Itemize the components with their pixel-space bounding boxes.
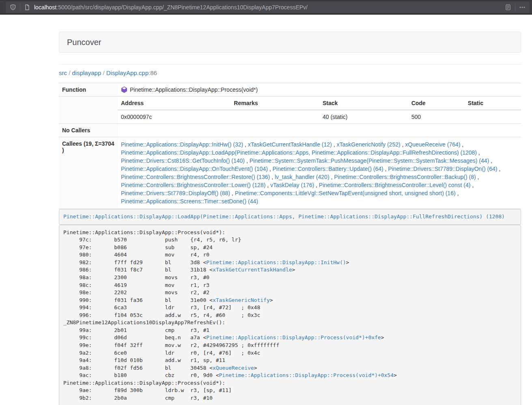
callee-separator: , xyxy=(243,141,248,148)
callee-link[interactable]: xQueueReceive (764) xyxy=(405,141,460,148)
browser-toolbar: localhost:5000/path/src/displayapp/Displ… xyxy=(0,0,532,15)
page-container: Puncover src / displayapp / DisplayApp.c… xyxy=(59,32,521,405)
url-host: localhost xyxy=(34,4,56,11)
col-code: Code xyxy=(408,97,465,110)
col-address: Address xyxy=(118,97,230,110)
callee-separator: , xyxy=(265,182,270,188)
assembly-symbol-link[interactable]: Pinetime::Applications::DisplayApp::Proc… xyxy=(219,372,394,378)
col-remarks: Remarks xyxy=(230,97,319,110)
function-table: Function Pinetime::Applications::Display… xyxy=(59,83,521,209)
callee-link[interactable]: Pinetime::Controllers::BrightnessControl… xyxy=(121,182,265,188)
breadcrumb-line-number: :86 xyxy=(149,69,157,76)
remarks-value xyxy=(230,110,319,123)
breadcrumb-link[interactable]: displayapp xyxy=(72,69,101,76)
callee-link[interactable]: Pinetime::Controllers::Battery::Update()… xyxy=(273,166,383,172)
callee-link[interactable]: Pinetime::Drivers::Cst816S::GetTouchInfo… xyxy=(121,157,245,164)
callee-separator: , xyxy=(270,174,275,180)
callee-separator: , xyxy=(476,174,479,180)
assembly-symbol-link[interactable]: Pinetime::Applications::DisplayApp::Init… xyxy=(206,259,346,265)
metrics-header-row: Address Remarks Stack Code Static xyxy=(118,97,521,110)
callee-link[interactable]: Pinetime::Controllers::BrightnessControl… xyxy=(334,174,476,180)
url-path: :5000/path/src/displayapp/DisplayApp.cpp… xyxy=(56,4,308,11)
package-icon xyxy=(121,86,127,93)
function-name: Pinetime::Applications::DisplayApp::Proc… xyxy=(130,86,258,93)
callee-separator: , xyxy=(470,182,474,188)
assembly-code: Pinetime::Applications::DisplayApp::Proc… xyxy=(59,225,521,405)
metrics-row: Address Remarks Stack Code Static 0x0000… xyxy=(59,97,521,124)
breadcrumb-separator: / xyxy=(101,69,106,76)
callee-link[interactable]: Pinetime::Controllers::BrightnessControl… xyxy=(121,174,270,180)
callee-separator: , xyxy=(498,166,501,172)
callee-link[interactable]: vTaskDelay (176) xyxy=(270,182,314,188)
callee-link[interactable]: lv_task_handler (420) xyxy=(275,174,330,180)
app-title: Puncover xyxy=(67,38,101,47)
breadcrumb-link[interactable]: src xyxy=(59,69,67,76)
callee-separator: , xyxy=(330,174,334,180)
page-icon[interactable] xyxy=(24,4,30,11)
breadcrumb: src / displayapp / DisplayApp.cpp:86 xyxy=(59,69,521,76)
callee-separator: , xyxy=(230,190,235,196)
callee-link[interactable]: Pinetime::Controllers::BrightnessControl… xyxy=(319,182,470,188)
divider xyxy=(59,64,521,65)
no-callers-row: No Callers xyxy=(59,124,521,137)
callee-link[interactable]: Pinetime::Applications::Screens::Timer::… xyxy=(121,198,258,205)
callee-separator: , xyxy=(456,190,459,196)
assembly-symbol-link[interactable]: xTaskGenericNotify xyxy=(213,297,270,303)
callee-separator: , xyxy=(314,182,319,188)
callee-separator: , xyxy=(332,141,337,148)
breadcrumb-link[interactable]: DisplayApp.cpp xyxy=(106,69,149,76)
callee-separator: , xyxy=(489,157,492,164)
page-actions-separator xyxy=(515,4,515,11)
callee-link[interactable]: Pinetime::Applications::DisplayApp::OnTo… xyxy=(121,166,268,172)
callees-row: Callees (19, Σ=3704 ) Pinetime::Applicat… xyxy=(59,137,521,209)
callee-link[interactable]: xTaskGenericNotify (252) xyxy=(336,141,400,148)
highlighted-symbol-box: Pinetime::Applications::DisplayApp::Load… xyxy=(59,209,521,225)
callee-link[interactable]: Pinetime::Applications::DisplayApp::Load… xyxy=(121,149,477,156)
stack-value: 40 (static) xyxy=(319,110,408,123)
callee-link[interactable]: Pinetime::Applications::DisplayApp::Init… xyxy=(121,141,243,148)
static-value xyxy=(465,110,521,123)
breadcrumb-separator: / xyxy=(67,69,72,76)
assembly-symbol-link[interactable]: xQueueReceive xyxy=(213,365,254,371)
metrics-data-row: 0x0000097c 40 (static) 500 xyxy=(118,110,521,123)
function-label: Function xyxy=(59,83,118,97)
code-value: 500 xyxy=(408,110,465,123)
callee-separator: , xyxy=(245,157,250,164)
metrics-table: Address Remarks Stack Code Static 0x0000… xyxy=(118,97,521,123)
url-text[interactable]: localhost:5000/path/src/displayapp/Displ… xyxy=(34,4,505,11)
callee-separator: , xyxy=(383,166,388,172)
callee-separator: , xyxy=(268,166,273,172)
app-title-panel: Puncover xyxy=(59,32,521,53)
callees-list: Pinetime::Applications::DisplayApp::Init… xyxy=(118,137,521,209)
address-bar[interactable]: localhost:5000/path/src/displayapp/Displ… xyxy=(6,2,530,13)
callees-label: Callees (19, Σ=3704 ) xyxy=(59,137,118,209)
col-static: Static xyxy=(465,97,521,110)
callee-link[interactable]: Pinetime::Drivers::St7789::DisplayOff() … xyxy=(121,190,230,196)
address-value: 0x0000097c xyxy=(118,110,230,123)
col-stack: Stack xyxy=(319,97,408,110)
callee-link[interactable]: Pinetime::Components::LittleVgl::SetNewT… xyxy=(235,190,456,196)
function-row: Function Pinetime::Applications::Display… xyxy=(59,83,521,97)
callee-separator: , xyxy=(460,141,463,148)
shield-icon[interactable] xyxy=(10,4,16,11)
no-callers-label: No Callers xyxy=(59,124,118,137)
reader-mode-icon[interactable] xyxy=(505,4,511,11)
assembly-symbol-link[interactable]: xTaskGetCurrentTaskHandle xyxy=(213,267,292,273)
callee-link[interactable]: Pinetime::Drivers::St7789::DisplayOn() (… xyxy=(388,166,497,172)
highlighted-symbol-link[interactable]: Pinetime::Applications::DisplayApp::Load… xyxy=(63,213,505,220)
assembly-symbol-link[interactable]: Pinetime::Applications::DisplayApp::Proc… xyxy=(206,334,381,340)
urlbar-separator xyxy=(20,4,20,11)
callee-link[interactable]: xTaskGetCurrentTaskHandle (12) xyxy=(248,141,332,148)
callee-separator: , xyxy=(401,141,405,148)
callee-separator: , xyxy=(477,149,480,156)
overflow-menu-icon[interactable] xyxy=(519,4,526,11)
callee-link[interactable]: Pinetime::System::SystemTask::PushMessag… xyxy=(250,157,489,164)
